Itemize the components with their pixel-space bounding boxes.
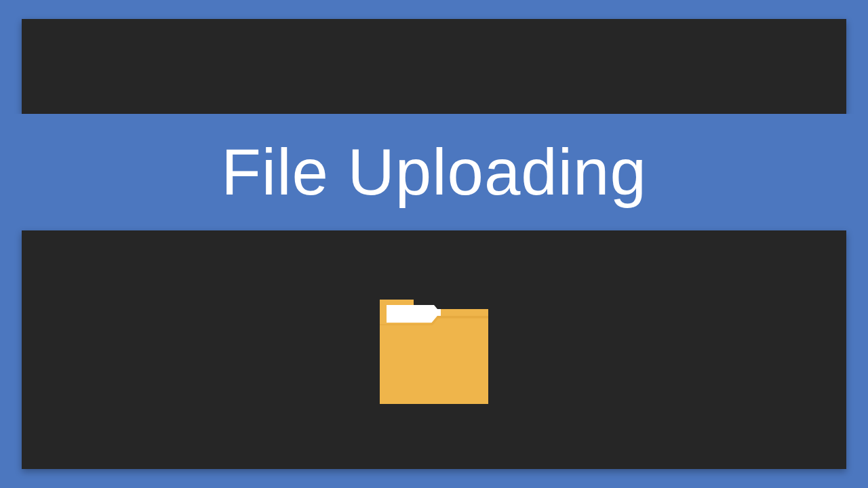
page-title: File Uploading [221, 140, 647, 205]
title-band: File Uploading [0, 114, 868, 230]
top-dark-panel [22, 19, 846, 114]
svg-rect-7 [437, 316, 488, 318]
svg-rect-3 [387, 309, 441, 323]
folder-with-paper-icon [373, 296, 495, 404]
svg-rect-6 [380, 325, 488, 404]
bottom-dark-panel [22, 230, 846, 469]
